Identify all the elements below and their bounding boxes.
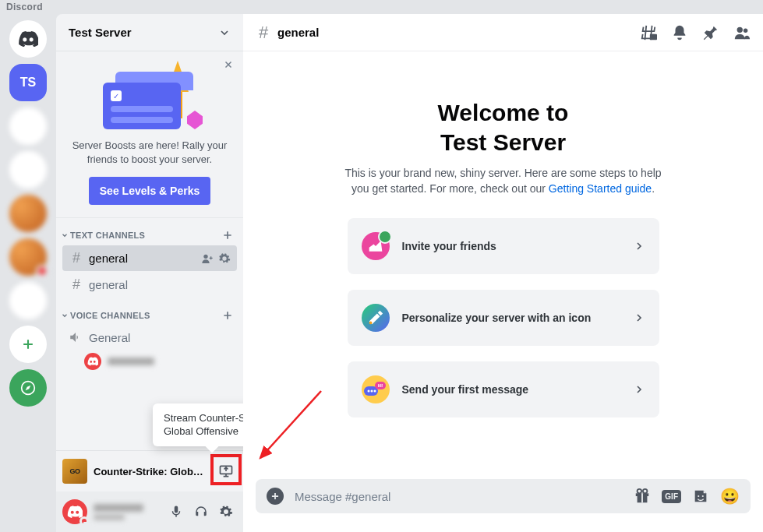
category-voice-channels[interactable]: VOICE CHANNELS [56,298,243,325]
channel-general[interactable]: # general [62,245,237,271]
welcome-title: Welcome to Test Server [438,98,569,157]
channel-name: General [89,331,130,344]
chevron-down-icon [61,312,69,319]
svg-point-19 [702,495,704,497]
guild-test-server[interactable]: TS [9,64,47,101]
attach-button[interactable] [267,488,284,505]
stream-tooltip: Stream Counter-Strike: Global Offensive [153,403,243,446]
svg-rect-15 [641,493,643,502]
member-list-icon[interactable] [733,24,751,41]
add-channel-button[interactable] [221,309,234,322]
voice-username [108,358,154,365]
category-text-channels[interactable]: TEXT CHANNELS [56,218,243,245]
chevron-right-icon [633,240,645,252]
user-info[interactable] [94,504,159,520]
guilds-bar: TS [0,14,56,532]
boost-button[interactable]: See Levels & Perks [89,177,210,205]
chevron-right-icon [633,312,645,324]
personalize-icon [362,304,390,332]
hash-icon: # [69,277,84,293]
status-dnd-icon [79,516,89,526]
guild-item[interactable] [9,195,47,232]
svg-point-16 [638,489,642,494]
svg-point-10 [373,390,376,393]
svg-rect-3 [650,33,657,39]
user-settings-button[interactable] [215,501,237,523]
guild-add-button[interactable] [9,326,47,363]
chevron-right-icon [633,383,645,396]
channel-name: general [89,278,128,291]
boost-card: ✓ Server Boosts are here! Rally your fri… [56,51,243,218]
voice-channel-general[interactable]: General [62,326,237,349]
guild-item[interactable] [9,238,47,276]
gif-button[interactable]: GIF [662,490,681,503]
avatar [84,353,101,370]
welcome-card-personalize[interactable]: Personalize your server with an icon [348,290,659,346]
invite-friends-icon [362,232,390,260]
welcome-content: Welcome to Test Server This is your bran… [243,51,763,479]
welcome-subtitle: This is your brand new, shiny server. He… [340,166,667,196]
user-panel [56,491,243,532]
add-channel-button[interactable] [221,229,234,241]
svg-point-17 [643,489,648,494]
getting-started-link[interactable]: Getting Started guide [549,182,652,195]
welcome-card-message[interactable]: HI! Send your first message [348,361,659,417]
threads-icon[interactable] [640,24,657,41]
server-name: Test Server [69,26,132,39]
boost-text: Server Boosts are here! Rally your frien… [69,139,231,166]
avatar[interactable] [62,499,87,524]
screen-share-icon [218,463,234,479]
pinned-icon[interactable] [702,24,719,41]
channel-sidebar: Test Server ✓ Server Boosts are here! Ra… [56,14,243,532]
channel-header: # general [243,14,763,51]
svg-text:HI!: HI! [377,383,383,388]
gift-icon[interactable] [634,488,651,505]
sticker-icon[interactable] [692,488,709,505]
emoji-icon[interactable]: 😀 [720,487,740,506]
message-input[interactable] [295,490,623,503]
svg-point-9 [370,390,373,393]
card-label: Send your first message [402,383,620,396]
game-name: Counter-Strike: Global ... [94,466,209,477]
server-header[interactable]: Test Server [56,14,243,51]
guild-initials: TS [20,76,36,90]
notifications-icon[interactable] [671,24,688,41]
hash-icon: # [69,250,84,266]
mute-button[interactable] [165,501,187,523]
main-area: # general Welcome to Test Server This is… [243,14,763,532]
app-title: Discord [0,0,763,14]
svg-point-8 [367,390,369,393]
voice-user[interactable] [56,350,243,373]
discord-logo-icon [18,31,38,47]
svg-point-5 [744,28,748,33]
plus-icon [20,336,36,352]
category-label: TEXT CHANNELS [70,231,145,240]
notification-badge [36,265,48,277]
deafen-button[interactable] [190,501,212,523]
message-composer: GIF 😀 [243,479,763,532]
category-label: VOICE CHANNELS [70,311,150,320]
stream-button[interactable] [215,461,237,481]
chevron-down-icon [61,231,69,239]
invite-icon[interactable] [201,252,214,265]
channel-name: general [89,252,128,265]
guild-home[interactable] [9,20,47,58]
card-label: Personalize your server with an icon [402,312,620,324]
svg-point-18 [698,495,699,497]
chevron-down-icon [218,26,231,39]
svg-point-4 [737,26,743,32]
guild-item[interactable] [9,107,47,145]
card-label: Invite your friends [402,240,620,252]
welcome-card-invite[interactable]: Invite your friends [348,218,659,274]
channel-general-2[interactable]: # general [62,272,237,298]
close-icon[interactable] [223,59,234,70]
svg-point-1 [203,254,207,258]
gear-icon[interactable] [218,252,231,265]
discord-logo-icon [67,506,83,518]
guild-item[interactable] [9,151,47,188]
send-message-icon: HI! [362,375,390,403]
now-playing-panel: Stream Counter-Strike: Global Offensive … [56,450,243,491]
guild-item[interactable] [9,282,47,319]
guild-explore-button[interactable] [9,369,47,407]
boost-illustration: ✓ [95,64,204,131]
